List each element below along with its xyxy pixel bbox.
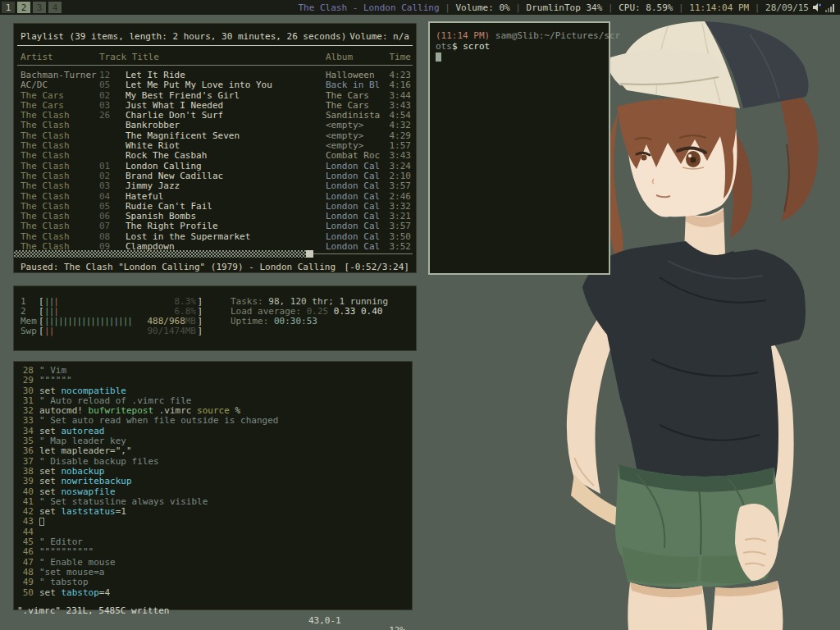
vim-line-number: 33 [17, 416, 34, 426]
track-title: Lost in the Supermarket [126, 232, 322, 242]
terminal-output[interactable]: (11:14 PM) sam@Slib:~/Pictures/scrots$ s… [436, 31, 605, 62]
playlist-title: Playlist (39 items, length: 2 hours, 30 … [21, 31, 349, 42]
workspace-tag-2[interactable]: 2 [17, 2, 30, 13]
meter-label: Swp [21, 326, 39, 336]
htop-meters: 1[|||8.3%]2[|||6.8%]Mem[||||||||||||||||… [21, 297, 203, 336]
terminal-text: scrot [463, 41, 490, 52]
track-number: 26 [99, 111, 124, 121]
vim-code-segment: " Disable backup files [39, 456, 159, 467]
track-title: Rudie Can't Fail [126, 202, 322, 212]
playlist-row[interactable]: The ClashRock The CasbahCombat Roc3:43 [14, 151, 416, 161]
playlist-row[interactable]: The Clash07The Right ProfileLondon Cal3:… [14, 221, 416, 231]
meter-bars: ||||||||||||||||||| [44, 317, 132, 326]
vim-code-segment: " Set statusline always visible [39, 496, 208, 507]
playlist-scrollbar[interactable] [14, 250, 313, 258]
status-segment: The Clash - London Calling [298, 2, 439, 13]
column-title: Track Title [99, 52, 296, 62]
desktop: 1234 The Clash - London Calling | Volume… [0, 0, 840, 630]
moc-player-window[interactable]: Playlist (39 items, length: 2 hours, 30 … [13, 23, 417, 273]
vim-line-number: 36 [17, 446, 34, 456]
playlist-row[interactable]: The Clash05Rudie Can't FailLondon Cal3:3… [14, 202, 416, 212]
load-value: 0.33 0.40 [334, 306, 383, 317]
status-segment: | [510, 2, 527, 13]
playlist-row[interactable]: The Clash03Jimmy JazzLondon Cal3:57 [14, 181, 416, 191]
vim-code-segment: laststatus [62, 506, 116, 517]
statusline-text: The Clash - London Calling | Volume: 0% … [298, 2, 840, 13]
playlist-row[interactable]: The ClashBankrobber<empty>4:32 [14, 121, 416, 130]
terminal-cursor [436, 52, 441, 62]
status-segment: | [440, 2, 456, 13]
track-artist: The Clash [21, 151, 99, 161]
vim-line-number: 29 [17, 376, 34, 386]
track-time: 4:32 [377, 121, 411, 130]
track-artist: Bachman-Turner [21, 71, 99, 80]
track-artist: The Clash [21, 131, 99, 141]
vim-code-segment: """""""""" [39, 546, 94, 557]
bracket: [ [39, 326, 44, 336]
track-title: The Magnificent Seven [126, 131, 322, 141]
track-time: 3:52 [377, 242, 411, 252]
status-segment: | [602, 2, 619, 13]
playlist-row[interactable]: Bachman-Turner12Let It RideHalloween4:23 [14, 71, 416, 80]
playlist-row[interactable]: The Clash08Lost in the SupermarketLondon… [14, 232, 416, 242]
vim-window[interactable]: 28" Vim29""""""30set nocompatible31" Aut… [13, 361, 413, 610]
track-time: 3:43 [377, 151, 411, 161]
bracket: ] [197, 326, 203, 336]
vim-code-segment: "set mouse=a [39, 567, 104, 578]
playlist-row[interactable]: AC/DC05Let Me Put My Love into YouBack i… [14, 80, 416, 90]
terminal-window[interactable]: (11:14 PM) sam@Slib:~/Pictures/scrots$ s… [428, 21, 610, 275]
playlist-row[interactable]: The ClashWhite Riot<empty>1:57 [14, 141, 416, 151]
track-artist: The Clash [21, 212, 99, 221]
playlist-row[interactable]: The Clash06Spanish BombsLondon Cal3:21 [14, 212, 416, 221]
vim-line-number: 49 [17, 578, 34, 587]
vim-line-number: 46 [17, 547, 34, 557]
terminal-text: sam@Slib:~/Pictures/scr [495, 30, 620, 41]
playlist-row[interactable]: The Clash04HatefulLondon Cal2:46 [14, 192, 416, 202]
status-segment: CPU: 8.59% [619, 2, 673, 13]
playlist-row[interactable]: The ClashThe Magnificent Seven<empty>4:2… [14, 131, 416, 141]
vim-code-segment: % [230, 405, 240, 416]
htop-meter-row: Swp[||90/1474MB] [21, 326, 203, 336]
track-artist: The Clash [21, 181, 99, 191]
status-bar: 1234 The Clash - London Calling | Volume… [0, 0, 840, 15]
vim-code-segment: " Auto reload of .vimrc file [39, 395, 191, 406]
terminal-text: $ [452, 41, 463, 52]
vim-code-segment: bufwritepost [89, 405, 153, 416]
vim-line: 28" Vim [17, 366, 410, 376]
workspace-tag-1[interactable]: 1 [2, 2, 15, 13]
track-title: My Best Friend's Girl [126, 91, 322, 101]
vim-code-segment: set [39, 486, 62, 497]
playlist-row[interactable]: The Cars02My Best Friend's GirlThe Cars3… [14, 91, 416, 101]
status-segment: | [673, 2, 689, 13]
vim-cursor-position: 43,0-1 [308, 616, 341, 626]
track-artist: The Clash [21, 171, 99, 181]
playlist-row[interactable]: The Clash26Charlie Don't SurfSandinista4… [14, 111, 416, 121]
vim-cursor [39, 518, 44, 526]
playlist-row[interactable]: The Clash02Brand New CadillacLondon Cal2… [14, 171, 416, 181]
track-artist: AC/DC [21, 80, 99, 90]
vim-code-segment: source [197, 405, 230, 416]
divider [313, 253, 413, 254]
htop-window[interactable]: 1[|||8.3%]2[|||6.8%]Mem[||||||||||||||||… [13, 285, 417, 351]
track-artist: The Cars [21, 101, 99, 111]
workspace-tag-3[interactable]: 3 [33, 2, 46, 13]
track-title: Charlie Don't Surf [126, 111, 322, 121]
terminal-text: (11:14 PM) [436, 30, 495, 41]
track-number: 04 [99, 192, 124, 202]
track-time: 2:46 [377, 192, 411, 202]
vim-code-segment: set [39, 426, 62, 436]
vim-code-segment: " Enable mouse [39, 557, 116, 568]
status-segment: Volume: 0% [455, 2, 509, 13]
vim-code-segment: set [39, 466, 62, 477]
track-title: Let It Ride [126, 71, 322, 80]
vim-file-info: ".vimrc" 231L, 5485C written [17, 606, 169, 616]
track-artist: The Clash [21, 141, 99, 151]
track-title: White Riot [126, 141, 322, 151]
playlist-row[interactable]: The Cars03Just What I NeededThe Cars3:43 [14, 101, 416, 111]
workspace-tag-4[interactable]: 4 [48, 2, 62, 13]
track-title: London Calling [126, 162, 322, 171]
playlist-row[interactable]: The Clash01London CallingLondon Cal3:24 [14, 162, 416, 171]
vim-buffer[interactable]: 28" Vim29""""""30set nocompatible31" Aut… [17, 366, 410, 598]
track-title: Hateful [126, 192, 322, 202]
playlist-scrollbar-thumb[interactable] [306, 250, 313, 258]
